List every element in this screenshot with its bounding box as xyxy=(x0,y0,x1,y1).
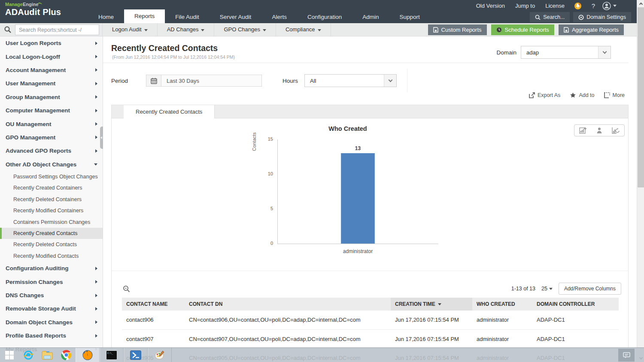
report-content: Recently Created Contacts (From Jun 12,2… xyxy=(103,36,637,362)
sidebar-item-group-management[interactable]: Group Management xyxy=(0,90,103,104)
nav-tab-server-audit[interactable]: Server Audit xyxy=(210,11,262,23)
sidebar-item-other-ad-object-changes[interactable]: Other AD Object Changes xyxy=(0,158,103,171)
column-header-dc[interactable]: DOMAIN CONTROLLER xyxy=(532,298,619,311)
x-category-label: administrator xyxy=(324,248,392,254)
sidebar-item-advanced-gpo-reports[interactable]: Advanced GPO Reports xyxy=(0,144,103,157)
sidebar-subitem-recently-modified-containers[interactable]: Recently Modified Containers xyxy=(0,205,103,216)
tab-recently-created-contacts[interactable]: Recently Created Contacts xyxy=(124,105,215,118)
sidebar-item-configuration-auditing[interactable]: Configuration Auditing xyxy=(0,262,103,275)
sidebar-subitem-recently-created-contacts[interactable]: Recently Created Contacts xyxy=(0,228,103,239)
sidebar-item-ou-management[interactable]: OU Management xyxy=(0,117,103,130)
sidebar-subitem-recently-modified-contacts[interactable]: Recently Modified Contacts xyxy=(0,250,103,262)
calendar-icon[interactable] xyxy=(146,75,161,87)
sidebar-item-user-management[interactable]: User Management xyxy=(0,77,103,90)
sidebar-item-gpo-management[interactable]: GPO Management xyxy=(0,131,103,144)
search-reports-input[interactable] xyxy=(15,24,99,35)
table-search-icon[interactable] xyxy=(123,285,130,293)
sidebar-item-local-logon-logoff[interactable]: Local Logon-Logoff xyxy=(0,50,103,63)
old-version-link[interactable]: Old Version xyxy=(473,3,508,9)
license-link[interactable]: License xyxy=(542,3,568,9)
cell-dn: CN=contact906,OU=contact,OU=poli,DC=adap… xyxy=(185,311,391,329)
sidebar-item-user-logon-reports[interactable]: User Logon Reports xyxy=(0,36,103,50)
command-prompt-taskbar-button[interactable]: C:\_ xyxy=(100,348,124,362)
jump-to-link[interactable]: Jump to xyxy=(512,3,538,9)
file-explorer-icon[interactable] xyxy=(38,348,57,362)
powershell-icon xyxy=(130,350,141,360)
menu-ad-changes[interactable]: AD Changes xyxy=(158,23,215,36)
column-header-who[interactable]: WHO CREATED xyxy=(472,298,532,311)
domain-label: Domain xyxy=(496,49,516,56)
y-axis-label: Contacts xyxy=(252,133,257,151)
export-icon xyxy=(529,92,535,98)
menu-compliance[interactable]: Compliance xyxy=(276,23,331,36)
browser-scrollbar[interactable] xyxy=(637,0,644,362)
sidebar-item-removable-storage-audit[interactable]: Removable Storage Audit xyxy=(0,302,103,315)
period-input[interactable] xyxy=(161,75,262,87)
sidebar-item-account-management[interactable]: Account Management xyxy=(0,63,103,77)
nav-tab-support[interactable]: Support xyxy=(389,11,430,23)
firefox-taskbar-button[interactable] xyxy=(76,348,100,362)
chevron-down-icon xyxy=(384,75,396,87)
nav-tab-alerts[interactable]: Alerts xyxy=(261,11,297,23)
chevron-right-icon xyxy=(95,68,97,72)
nav-tab-home[interactable]: Home xyxy=(88,11,124,23)
sidebar-subitem-password-settings-object-changes[interactable]: Password Settings Object Changes xyxy=(0,171,103,182)
action-center-icon[interactable] xyxy=(618,349,635,362)
hours-select[interactable]: All xyxy=(304,74,397,87)
help-icon[interactable]: ? xyxy=(588,2,599,9)
page-size-select[interactable]: 25 xyxy=(541,286,553,292)
custom-reports-button[interactable]: Custom Reports xyxy=(428,24,487,35)
scroll-up-arrow[interactable] xyxy=(637,0,644,7)
chevron-right-icon xyxy=(95,55,97,58)
person-icon[interactable] xyxy=(596,127,603,134)
nav-tab-file-audit[interactable]: File Audit xyxy=(165,11,210,23)
user-menu[interactable] xyxy=(602,2,618,10)
y-tick-label: 15 xyxy=(260,136,273,142)
column-header-name[interactable]: CONTACT NAME xyxy=(122,298,185,311)
internet-explorer-icon[interactable] xyxy=(19,348,38,362)
table-row: contact907CN=contact907,OU=contact,OU=po… xyxy=(122,329,619,348)
table-row: contact906CN=contact906,OU=contact,OU=po… xyxy=(122,311,619,329)
column-header-time[interactable]: CREATION TIME xyxy=(391,298,472,311)
logo-swoosh xyxy=(38,3,42,6)
menu-gpo-changes[interactable]: GPO Changes xyxy=(214,23,276,36)
sidebar-subitem-containers-permission-changes[interactable]: Containers Permission Changes xyxy=(0,216,103,227)
sort-desc-icon xyxy=(438,303,441,305)
filters-row: Period Hours All xyxy=(111,74,397,87)
menu-logon-audit[interactable]: Logon Audit xyxy=(102,23,158,36)
refresh-chart-icon[interactable] xyxy=(612,127,620,134)
sidebar-item-dns-changes[interactable]: DNS Changes xyxy=(0,289,103,302)
chrome-icon[interactable] xyxy=(57,348,76,362)
sidebar-item-computer-management[interactable]: Computer Management xyxy=(0,104,103,117)
global-search-button[interactable]: Search... xyxy=(530,12,570,22)
add-chart-icon[interactable] xyxy=(579,127,587,134)
paint-taskbar-button[interactable] xyxy=(148,348,172,362)
notification-bell-icon[interactable] xyxy=(571,2,584,10)
sidebar-subitem-recently-deleted-contacts[interactable]: Recently Deleted Contacts xyxy=(0,239,103,250)
chevron-right-icon xyxy=(95,42,97,45)
powershell-taskbar-button[interactable] xyxy=(124,348,148,362)
y-tick-label: 10 xyxy=(260,171,273,176)
add-to-link[interactable]: Add to xyxy=(570,92,594,98)
domain-select[interactable]: adap xyxy=(521,46,611,59)
bar-administrator[interactable] xyxy=(341,153,375,244)
scrollbar-thumb[interactable] xyxy=(638,7,644,187)
sidebar-subitem-recently-deleted-containers[interactable]: Recently Deleted Containers xyxy=(0,194,103,205)
sidebar-item-domain-object-changes[interactable]: Domain Object Changes xyxy=(0,316,103,329)
schedule-reports-button[interactable]: Schedule Reports xyxy=(491,24,554,35)
column-header-dn[interactable]: CONTACT DN xyxy=(185,298,391,311)
export-as-link[interactable]: Export As xyxy=(529,92,561,98)
more-link[interactable]: More xyxy=(604,92,625,98)
sidebar-subitem-recently-created-containers[interactable]: Recently Created Containers xyxy=(0,182,103,193)
start-icon[interactable] xyxy=(0,348,19,362)
aggregate-reports-button[interactable]: Aggregate Reports xyxy=(559,24,624,35)
nav-tab-admin[interactable]: Admin xyxy=(352,11,389,23)
top-bar: ManageEngine ADAudit Plus HomeReportsFil… xyxy=(0,0,644,23)
sidebar-item-profile-based-reports[interactable]: Profile Based Reports xyxy=(0,329,103,342)
nav-tab-reports[interactable]: Reports xyxy=(124,9,165,23)
add-remove-columns-button[interactable]: Add/Remove Columns xyxy=(559,283,621,295)
sidebar-item-permission-changes[interactable]: Permission Changes xyxy=(0,275,103,288)
report-action-buttons: Custom ReportsSchedule ReportsAggregate … xyxy=(428,24,624,35)
domain-settings-button[interactable]: Domain Settings xyxy=(573,12,631,22)
nav-tab-configuration[interactable]: Configuration xyxy=(297,11,352,23)
